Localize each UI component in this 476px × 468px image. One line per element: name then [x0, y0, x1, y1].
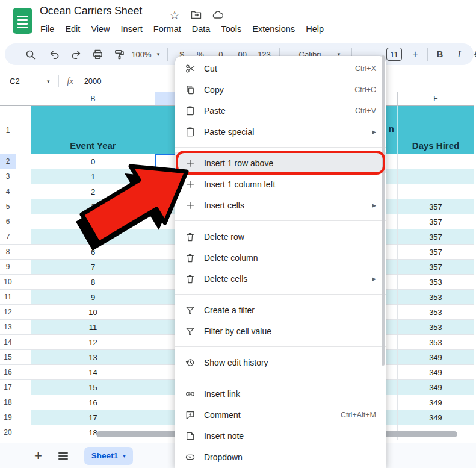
cell-B15[interactable]: 13 — [31, 350, 155, 365]
cell-F7[interactable]: 357 — [398, 229, 474, 245]
row-header-3[interactable]: 3 — [0, 169, 16, 184]
cell-F10[interactable]: 353 — [398, 275, 474, 290]
cell-F2[interactable] — [398, 154, 474, 169]
document-title[interactable]: Ocean Carriers Sheet — [40, 5, 142, 17]
menu-item-show-edit-history[interactable]: Show edit history — [175, 352, 386, 373]
row-header-13[interactable]: 13 — [0, 320, 16, 335]
sheets-logo-icon[interactable] — [13, 8, 32, 34]
column-header-B[interactable]: B — [31, 92, 155, 106]
row-header-5[interactable]: 5 — [0, 199, 16, 214]
menu-item-paste[interactable]: PasteCtrl+V — [175, 100, 386, 121]
cell-A10[interactable] — [16, 275, 31, 290]
row-header-11[interactable]: 11 — [0, 290, 16, 305]
cell-F15[interactable]: 349 — [398, 350, 474, 365]
menu-item-filter-by-cell-value[interactable]: Filter by cell value — [175, 320, 386, 342]
menubar-item-insert[interactable]: Insert — [116, 22, 148, 36]
cell-B13[interactable]: 11 — [31, 320, 155, 335]
cell-A7[interactable] — [16, 229, 31, 245]
row-header-19[interactable]: 19 — [0, 410, 16, 425]
sheet-tab-sheet1[interactable]: Sheet1 ▾ — [84, 447, 133, 465]
row-header-12[interactable]: 12 — [0, 305, 16, 320]
cell-A12[interactable] — [16, 305, 31, 320]
cell-B8[interactable]: 6 — [31, 245, 155, 260]
row-header-15[interactable]: 15 — [0, 350, 16, 365]
paint-format-icon[interactable] — [112, 43, 126, 65]
menu-item-create-a-filter[interactable]: Create a filter — [175, 299, 386, 320]
cell-A13[interactable] — [16, 320, 31, 335]
increase-font-size-button[interactable]: + — [409, 43, 421, 65]
cell-B1[interactable]: Event Year — [31, 106, 155, 154]
cell-B6[interactable]: 4 — [31, 214, 155, 229]
cell-F4[interactable] — [398, 184, 474, 199]
cell-B16[interactable]: 14 — [31, 365, 155, 380]
menu-item-delete-cells[interactable]: Delete cells▸ — [175, 268, 386, 289]
star-icon[interactable]: ☆ — [167, 8, 182, 22]
cell-A2[interactable] — [16, 154, 31, 169]
cell-B18[interactable]: 16 — [31, 395, 155, 410]
cell-A6[interactable] — [16, 214, 31, 229]
cell-F14[interactable]: 353 — [398, 335, 474, 350]
row-header-6[interactable]: 6 — [0, 214, 16, 229]
cell-F13[interactable]: 353 — [398, 320, 474, 335]
menu-item-copy[interactable]: CopyCtrl+C — [175, 79, 386, 100]
cell-F1[interactable]: Days Hired — [398, 106, 474, 154]
row-header-8[interactable]: 8 — [0, 245, 16, 260]
cell-B12[interactable]: 10 — [31, 305, 155, 320]
print-icon[interactable] — [90, 43, 105, 65]
add-sheet-button[interactable]: + — [34, 448, 42, 464]
menubar-item-tools[interactable]: Tools — [215, 22, 247, 36]
cell-A19[interactable] — [16, 410, 31, 425]
menubar-item-extensions[interactable]: Extensions — [247, 22, 300, 36]
cloud-status-icon[interactable] — [211, 8, 225, 22]
name-box[interactable]: C2 — [10, 76, 47, 86]
cell-B19[interactable]: 17 — [31, 410, 155, 425]
cell-B11[interactable]: 9 — [31, 290, 155, 305]
cell-F16[interactable]: 349 — [398, 365, 474, 380]
menu-item-dropdown[interactable]: Dropdown — [175, 446, 386, 467]
cell-F11[interactable]: 353 — [398, 290, 474, 305]
cell-F12[interactable]: 353 — [398, 305, 474, 320]
menu-item-insert-note[interactable]: Insert note — [175, 425, 386, 446]
cell-A5[interactable] — [16, 199, 31, 214]
menubar-item-file[interactable]: File — [35, 22, 60, 36]
menu-item-insert-1-row-above[interactable]: Insert 1 row above — [175, 152, 386, 173]
zoom-caret-icon[interactable]: ▾ — [154, 43, 162, 65]
column-header-F[interactable]: F — [398, 92, 474, 106]
cell-A3[interactable] — [16, 169, 31, 184]
menu-item-delete-row[interactable]: Delete row — [175, 226, 386, 247]
cell-B17[interactable]: 15 — [31, 380, 155, 395]
cell-F19[interactable]: 349 — [398, 410, 474, 425]
row-header-20[interactable]: 20 — [0, 425, 16, 440]
cell-A17[interactable] — [16, 380, 31, 395]
cell-A8[interactable] — [16, 245, 31, 260]
menubar-item-format[interactable]: Format — [148, 22, 187, 36]
context-menu-scrollbar[interactable] — [382, 55, 385, 366]
cell-B14[interactable]: 12 — [31, 335, 155, 350]
menu-item-paste-special[interactable]: Paste special▸ — [175, 121, 386, 142]
cell-F8[interactable]: 357 — [398, 245, 474, 260]
cell-B9[interactable]: 7 — [31, 260, 155, 275]
cell-F6[interactable]: 357 — [398, 214, 474, 229]
cell-B2[interactable]: 0 — [31, 154, 155, 169]
formula-bar-value[interactable]: 2000 — [84, 76, 102, 86]
menubar-item-help[interactable]: Help — [300, 22, 329, 36]
row-header-10[interactable]: 10 — [0, 275, 16, 290]
search-icon[interactable] — [23, 43, 37, 65]
row-header-4[interactable]: 4 — [0, 184, 16, 199]
cell-F5[interactable]: 357 — [398, 199, 474, 214]
menu-item-insert-1-column-left[interactable]: Insert 1 column left — [175, 173, 386, 195]
cell-B10[interactable]: 8 — [31, 275, 155, 290]
cell-B3[interactable]: 1 — [31, 169, 155, 184]
row-header-7[interactable]: 7 — [0, 229, 16, 245]
cell-A4[interactable] — [16, 184, 31, 199]
row-header-16[interactable]: 16 — [0, 365, 16, 380]
cell-B4[interactable]: 2 — [31, 184, 155, 199]
menubar-item-edit[interactable]: Edit — [60, 22, 85, 36]
menubar-item-data[interactable]: Data — [187, 22, 216, 36]
menu-item-insert-cells[interactable]: Insert cells▸ — [175, 195, 386, 216]
all-sheets-icon[interactable] — [58, 452, 69, 460]
move-folder-icon[interactable] — [189, 8, 203, 22]
zoom-value[interactable]: 100% — [129, 43, 154, 65]
cell-F3[interactable] — [398, 169, 474, 184]
cell-F17[interactable]: 349 — [398, 380, 474, 395]
